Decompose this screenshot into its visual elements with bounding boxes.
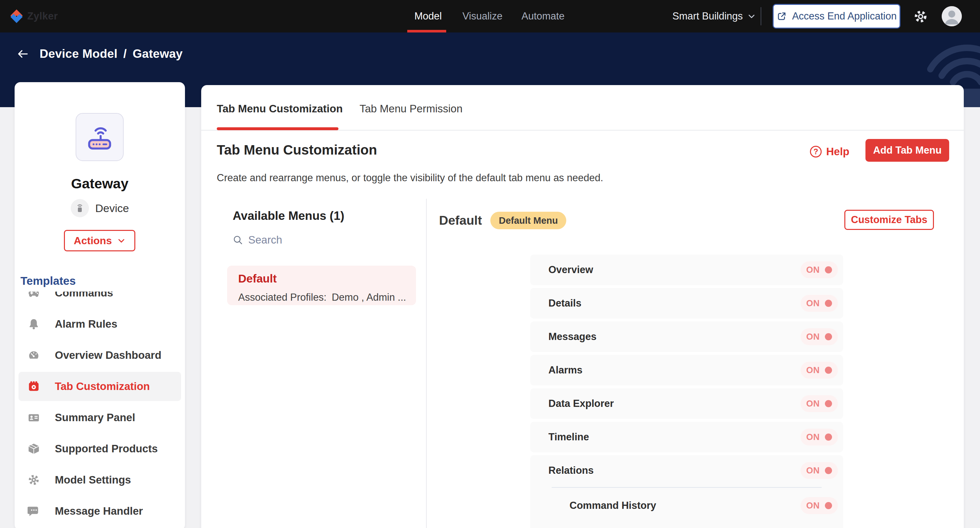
tab-customization-icon	[28, 380, 40, 392]
sidebar-item-alarm-rules[interactable]: Alarm Rules	[19, 309, 181, 339]
visibility-toggle[interactable]: ON	[800, 497, 838, 514]
help-link[interactable]: ? Help	[810, 145, 850, 158]
nav-tab-automate[interactable]: Automate	[522, 0, 565, 32]
templates-menu-list: Commands Alarm Rules Over	[14, 292, 185, 528]
sidebar-item-overview-dashboard[interactable]: Overview Dashboard	[19, 341, 181, 370]
sidebar-item-commands[interactable]: Commands	[19, 292, 181, 308]
breadcrumb-segment-device-model[interactable]: Device Model	[40, 47, 118, 61]
gear-icon	[28, 474, 40, 486]
org-selector-value: Smart Buildings	[672, 10, 743, 22]
visibility-toggle[interactable]: ON	[800, 429, 838, 445]
model-sidebar-panel: Gateway Device Actions Templates	[14, 82, 185, 528]
chat-bubble-icon	[28, 505, 40, 517]
topbar-divider	[760, 7, 761, 26]
main-tabs-row: Tab Menu Customization Tab Menu Permissi…	[201, 85, 964, 131]
chevron-down-icon	[117, 236, 126, 245]
visibility-toggle[interactable]: ON	[800, 462, 838, 479]
back-arrow-button[interactable]	[16, 47, 30, 61]
gauge-icon	[28, 349, 40, 361]
menu-search	[233, 234, 385, 246]
available-menus-heading: Available Menus (1)	[233, 209, 344, 223]
menu-associated-profiles: Associated Profiles: Demo , Admin ...	[238, 292, 416, 303]
search-input[interactable]	[248, 234, 372, 246]
tab-menu-customization-tab[interactable]: Tab Menu Customization	[217, 103, 343, 115]
sidebar-item-supported-products[interactable]: Supported Products	[19, 434, 181, 463]
tab-row-alarms[interactable]: Alarms ON	[530, 355, 843, 386]
model-type-label: Device	[95, 202, 129, 215]
nav-tab-model[interactable]: Model	[414, 0, 442, 32]
actions-label: Actions	[74, 235, 111, 247]
detail-title-row: Default Default Menu	[439, 212, 566, 229]
tab-customization-panel: Tab Menu Customization Tab Menu Permissi…	[201, 85, 964, 528]
visibility-toggle[interactable]: ON	[800, 362, 838, 379]
router-icon	[83, 120, 116, 154]
tab-row-overview[interactable]: Overview ON	[530, 255, 843, 285]
breadcrumb-segment-gateway: Gateway	[133, 47, 183, 61]
search-icon	[233, 235, 243, 245]
sidebar-item-tab-customization[interactable]: Tab Customization	[19, 372, 181, 401]
tab-menu-permission-tab[interactable]: Tab Menu Permission	[360, 103, 462, 115]
menu-list-item-default[interactable]: Default Associated Profiles: Demo , Admi…	[227, 266, 416, 305]
top-app-bar: Zylker Model Visualize Automate Smart Bu…	[0, 0, 980, 32]
app-logo[interactable]: Zylker	[9, 0, 58, 32]
active-tab-underline	[217, 127, 339, 130]
tab-row-timeline[interactable]: Timeline ON	[530, 422, 843, 452]
zylker-logo-icon	[9, 9, 24, 24]
section-heading: Tab Menu Customization	[217, 142, 377, 158]
visibility-toggle[interactable]: ON	[800, 262, 838, 278]
visibility-toggle[interactable]: ON	[800, 295, 838, 312]
detail-menu-title: Default	[439, 213, 482, 228]
chevron-down-icon	[747, 12, 756, 21]
tab-row-data-explorer[interactable]: Data Explorer ON	[530, 388, 843, 419]
model-image-tile	[76, 113, 124, 161]
actions-dropdown-button[interactable]: Actions	[64, 230, 135, 251]
gamepad-icon	[28, 292, 40, 299]
tab-row-details[interactable]: Details ON	[530, 288, 843, 319]
toggle-knob	[825, 300, 832, 307]
section-description: Create and rearrange menus, or toggle th…	[217, 172, 603, 184]
relations-child-divider	[552, 487, 822, 488]
settings-gear-icon[interactable]	[913, 8, 929, 25]
toggle-knob	[825, 266, 832, 273]
tab-row-relations-group: Relations ON Command History ON	[530, 455, 843, 528]
model-name: Gateway	[14, 175, 185, 191]
tab-row-relations[interactable]: Relations ON	[530, 455, 843, 486]
access-end-application-button[interactable]: Access End Application	[773, 4, 900, 29]
sidebar-item-message-handler[interactable]: Message Handler	[19, 496, 181, 526]
model-type-row: Device	[14, 199, 185, 217]
tab-row-messages[interactable]: Messages ON	[530, 321, 843, 352]
tab-row-command-history[interactable]: Command History ON	[530, 490, 843, 521]
toggle-knob	[825, 502, 832, 509]
profiles-value: Demo , Admin ...	[332, 292, 406, 303]
device-icon	[71, 199, 89, 217]
toggle-knob	[825, 400, 832, 407]
customize-tabs-button[interactable]: Customize Tabs	[844, 210, 934, 230]
user-avatar[interactable]	[942, 6, 962, 26]
nav-tab-visualize[interactable]: Visualize	[462, 0, 503, 32]
profiles-label: Associated Profiles:	[238, 292, 326, 303]
sidebar-item-model-settings[interactable]: Model Settings	[19, 465, 181, 495]
active-nav-underline	[407, 30, 446, 32]
bell-icon	[28, 318, 40, 330]
app-logo-text: Zylker	[27, 10, 58, 22]
add-tab-menu-button[interactable]: Add Tab Menu	[865, 139, 949, 162]
templates-heading: Templates	[21, 274, 76, 287]
external-link-icon	[776, 11, 787, 21]
breadcrumb: Device Model / Gateway	[16, 47, 183, 61]
breadcrumb-separator: /	[123, 47, 127, 61]
sidebar-item-summary-panel[interactable]: Summary Panel	[19, 403, 181, 432]
package-icon	[28, 443, 40, 455]
toggle-knob	[825, 367, 832, 374]
access-end-application-label: Access End Application	[792, 10, 897, 22]
visibility-toggle[interactable]: ON	[800, 328, 838, 345]
panel-divider	[426, 199, 427, 528]
visibility-toggle[interactable]: ON	[800, 395, 838, 412]
help-icon: ?	[810, 146, 822, 158]
toggle-knob	[825, 467, 832, 474]
default-menu-badge: Default Menu	[490, 212, 566, 229]
help-label: Help	[826, 145, 850, 158]
toggle-knob	[825, 434, 832, 441]
toggle-knob	[825, 333, 832, 340]
org-selector-dropdown[interactable]: Smart Buildings	[672, 0, 756, 32]
menu-name: Default	[238, 272, 416, 285]
